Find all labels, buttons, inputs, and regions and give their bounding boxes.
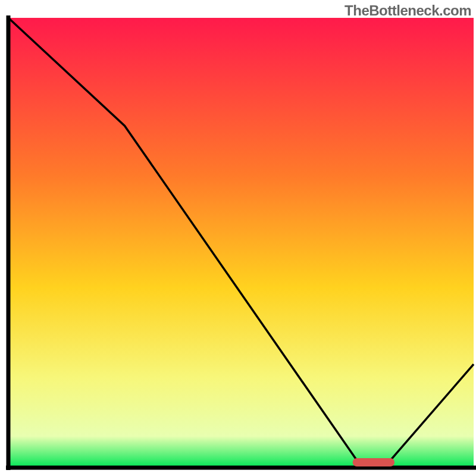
chart-container: { "watermark": "TheBottleneck.com", "cha…	[0, 0, 476, 476]
plot-background	[8, 18, 474, 468]
bottleneck-chart	[0, 0, 476, 476]
watermark-text: TheBottleneck.com	[345, 2, 471, 19]
optimal-range-marker	[353, 458, 394, 466]
